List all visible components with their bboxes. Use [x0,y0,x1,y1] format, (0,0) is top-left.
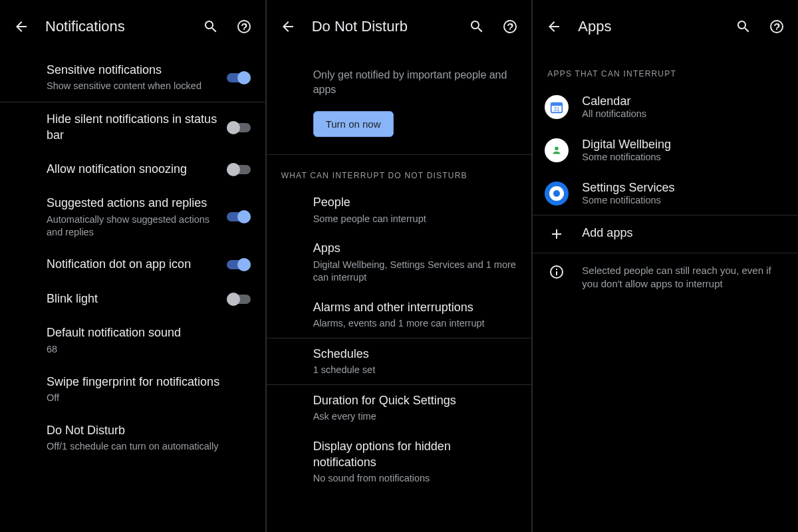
add-apps-label: Add apps [582,226,632,240]
setting-subtitle: Off/1 schedule can turn on automatically [47,440,251,453]
setting-subtitle: Show sensitive content when locked [47,80,217,92]
setting-title: Swipe fingerprint for notifications [47,374,251,390]
help-icon [769,19,785,35]
add-apps[interactable]: Add apps [533,215,798,253]
setting-sensitive-notifications[interactable]: Sensitive notifications Show sensitive c… [0,53,265,102]
search-icon [735,19,751,35]
app-calendar[interactable]: Calendar All notifications [533,85,798,128]
setting-blink-light[interactable]: Blink light [0,282,265,316]
turn-on-button[interactable]: Turn on now [313,111,394,137]
dnd-alarms[interactable]: Alarms and other interruptions Alarms, e… [267,292,532,338]
search-button[interactable] [734,17,753,36]
toggle-switch[interactable] [227,293,251,306]
setting-subtitle: Automatically show suggested actions and… [47,213,217,239]
digital-wellbeing-icon [545,138,569,162]
help-button[interactable] [235,17,253,36]
notifications-pane: Notifications Sensitive notifications Sh… [0,0,267,532]
setting-title: Do Not Disturb [47,423,251,438]
setting-title: Notification dot on app icon [47,257,217,272]
back-button[interactable] [12,17,31,36]
search-button[interactable] [201,17,220,36]
setting-title: Default notification sound [47,325,251,340]
app-name: Settings Services [582,181,783,195]
setting-hide-silent[interactable]: Hide silent notifications in status bar [0,102,265,152]
setting-title: Blink light [47,291,217,307]
setting-subtitle: 68 [47,343,251,356]
section-header-interrupt: What can interrupt Do Not Disturb [267,155,532,187]
apps-pane: Apps Apps that can interrupt Calendar Al… [533,0,798,532]
setting-title: Alarms and other interruptions [313,300,517,315]
app-subtitle: All notifications [582,108,783,119]
toggle-switch[interactable] [227,210,251,223]
dnd-apps[interactable]: Apps Digital Wellbeing, Settings Service… [267,233,532,291]
search-button[interactable] [467,17,486,36]
plus-icon [545,226,569,242]
appbar: Do Not Disturb [267,0,532,53]
back-icon [546,19,562,35]
back-button[interactable] [279,17,297,36]
info-icon [545,264,569,280]
info-text: Selected people can still reach you, eve… [582,264,783,291]
dnd-display-options[interactable]: Display options for hidden notifications… [267,431,532,493]
toggle-switch[interactable] [227,71,251,84]
app-settings-services[interactable]: Settings Services Some notifications [533,172,798,215]
dnd-duration[interactable]: Duration for Quick Settings Ask every ti… [267,385,532,431]
setting-subtitle: Off [47,392,251,404]
setting-title: Suggested actions and replies [47,196,217,211]
dnd-schedules[interactable]: Schedules 1 schedule set [267,338,532,384]
setting-title: Duration for Quick Settings [313,393,517,408]
setting-title: People [313,195,517,210]
setting-title: Allow notification snoozing [47,162,217,177]
setting-subtitle: Alarms, events and 1 more can interrupt [313,317,517,330]
help-button[interactable] [501,17,519,36]
dnd-intro: Only get notified by important people an… [267,53,532,142]
setting-subtitle: 1 schedule set [313,364,517,376]
app-name: Calendar [582,94,783,108]
setting-suggested-actions[interactable]: Suggested actions and replies Automatica… [0,186,265,247]
info-note: Selected people can still reach you, eve… [533,253,798,302]
appbar: Apps [533,0,798,53]
section-header-apps: Apps that can interrupt [533,53,798,85]
page-title: Apps [578,18,720,35]
toggle-switch[interactable] [227,121,251,134]
back-button[interactable] [545,17,563,36]
setting-default-sound[interactable]: Default notification sound 68 [0,316,265,364]
help-icon [236,19,252,35]
help-button[interactable] [767,17,786,36]
setting-title: Sensitive notifications [47,63,217,78]
setting-notification-dot[interactable]: Notification dot on app icon [0,247,265,281]
calendar-icon [545,95,569,119]
toggle-switch[interactable] [227,258,251,271]
setting-subtitle: Ask every time [313,410,517,423]
page-title: Notifications [45,18,187,35]
setting-subtitle: Some people can interrupt [313,213,517,225]
setting-title: Display options for hidden notifications [313,439,517,470]
setting-title: Apps [313,241,517,256]
setting-subtitle: No sound from notifications [313,472,517,485]
setting-swipe-fingerprint[interactable]: Swipe fingerprint for notifications Off [0,365,265,414]
app-name: Digital Wellbeing [582,138,783,152]
search-icon [469,19,485,35]
setting-title: Schedules [313,346,517,362]
dnd-intro-text: Only get notified by important people an… [313,68,517,96]
search-icon [203,19,219,35]
dnd-pane: Do Not Disturb Only get notified by impo… [267,0,533,532]
app-digital-wellbeing[interactable]: Digital Wellbeing Some notifications [533,128,798,172]
setting-do-not-disturb[interactable]: Do Not Disturb Off/1 schedule can turn o… [0,414,265,462]
setting-title: Hide silent notifications in status bar [47,112,217,143]
page-title: Do Not Disturb [312,18,454,35]
app-subtitle: Some notifications [582,195,783,205]
setting-snoozing[interactable]: Allow notification snoozing [0,152,265,186]
appbar: Notifications [0,0,265,53]
toggle-switch[interactable] [227,163,251,176]
settings-services-icon [545,182,569,205]
setting-subtitle: Digital Wellbeing, Settings Services and… [313,259,517,284]
help-icon [502,19,518,35]
dnd-people[interactable]: People Some people can interrupt [267,187,532,233]
back-icon [280,19,296,35]
app-subtitle: Some notifications [582,152,783,162]
back-icon [13,19,29,35]
